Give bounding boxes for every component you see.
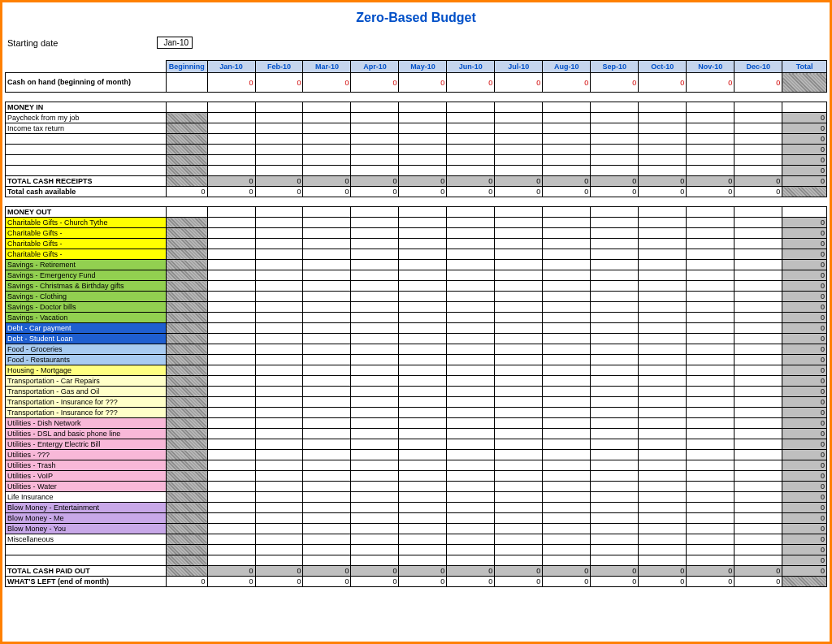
cell[interactable] — [543, 545, 591, 555]
cell[interactable] — [734, 513, 782, 524]
cell[interactable] — [734, 397, 782, 408]
cell[interactable] — [207, 534, 255, 545]
cell[interactable]: 0 — [591, 566, 639, 577]
cell[interactable] — [447, 408, 495, 418]
cell[interactable] — [351, 302, 399, 313]
cell[interactable] — [207, 555, 255, 566]
cell[interactable]: 0 — [782, 408, 827, 418]
cell[interactable] — [495, 102, 543, 113]
cell[interactable] — [591, 228, 639, 239]
cell[interactable] — [255, 113, 303, 123]
cell[interactable] — [543, 123, 591, 134]
cell[interactable] — [303, 450, 351, 460]
cell[interactable] — [303, 281, 351, 292]
cell[interactable] — [207, 365, 255, 376]
budget-table[interactable]: Beginning Jan-10 Feb-10 Mar-10 Apr-10 Ma… — [5, 60, 827, 587]
cell[interactable] — [399, 302, 447, 313]
cell[interactable] — [255, 534, 303, 545]
cell[interactable]: 0 — [782, 492, 827, 503]
cell[interactable] — [351, 439, 399, 450]
cell[interactable] — [543, 228, 591, 239]
cell[interactable] — [543, 260, 591, 270]
cell[interactable]: 0 — [639, 176, 687, 187]
cell[interactable] — [639, 534, 687, 545]
cell[interactable] — [495, 555, 543, 566]
cell[interactable] — [495, 166, 543, 176]
cell[interactable] — [6, 197, 827, 207]
cell[interactable] — [495, 113, 543, 123]
cell[interactable] — [687, 513, 734, 524]
cell[interactable] — [447, 218, 495, 228]
cell[interactable] — [543, 218, 591, 228]
cell[interactable] — [543, 524, 591, 534]
cell[interactable]: 0 — [782, 323, 827, 334]
cell[interactable] — [734, 365, 782, 376]
cell[interactable]: 0 — [734, 176, 782, 187]
cell[interactable] — [351, 313, 399, 323]
cell[interactable] — [734, 207, 782, 218]
cell[interactable] — [591, 313, 639, 323]
cell[interactable]: 0 — [447, 566, 495, 577]
cell[interactable]: Transportation - Car Repairs — [6, 376, 167, 387]
cell[interactable] — [351, 503, 399, 513]
cell[interactable]: 0 — [543, 566, 591, 577]
cell[interactable] — [399, 155, 447, 166]
cell[interactable] — [303, 408, 351, 418]
cell[interactable] — [255, 155, 303, 166]
cell[interactable] — [639, 166, 687, 176]
cell[interactable] — [591, 123, 639, 134]
cell[interactable] — [591, 418, 639, 429]
cell[interactable] — [782, 73, 827, 93]
cell[interactable] — [639, 228, 687, 239]
cell[interactable] — [303, 207, 351, 218]
cell[interactable] — [207, 408, 255, 418]
cell[interactable] — [687, 450, 734, 460]
cell[interactable]: 0 — [255, 577, 303, 587]
cell[interactable] — [255, 344, 303, 355]
cell[interactable]: 0 — [782, 302, 827, 313]
cell[interactable] — [734, 292, 782, 302]
cell[interactable] — [399, 249, 447, 260]
cell[interactable] — [639, 323, 687, 334]
cell[interactable] — [351, 260, 399, 270]
cell[interactable] — [591, 545, 639, 555]
cell[interactable] — [255, 397, 303, 408]
cell[interactable] — [447, 429, 495, 439]
cell[interactable] — [166, 292, 207, 302]
cell[interactable]: WHAT'S LEFT (end of month) — [6, 577, 167, 587]
cell[interactable] — [734, 249, 782, 260]
cell[interactable] — [447, 471, 495, 482]
cell[interactable] — [543, 513, 591, 524]
cell[interactable] — [303, 503, 351, 513]
cell[interactable] — [447, 492, 495, 503]
cell[interactable] — [447, 397, 495, 408]
cell[interactable] — [734, 134, 782, 145]
cell[interactable]: 0 — [782, 281, 827, 292]
cell[interactable] — [6, 166, 167, 176]
cell[interactable] — [687, 439, 734, 450]
cell[interactable] — [166, 176, 207, 187]
cell[interactable] — [495, 249, 543, 260]
cell[interactable] — [303, 218, 351, 228]
cell[interactable] — [543, 323, 591, 334]
cell[interactable] — [303, 429, 351, 439]
cell[interactable] — [639, 292, 687, 302]
cell[interactable] — [447, 239, 495, 249]
cell[interactable] — [303, 113, 351, 123]
cell[interactable] — [207, 344, 255, 355]
cell[interactable] — [639, 313, 687, 323]
cell[interactable]: 0 — [303, 176, 351, 187]
cell[interactable]: 0 — [399, 566, 447, 577]
cell[interactable] — [166, 302, 207, 313]
cell[interactable]: 0 — [782, 376, 827, 387]
cell[interactable] — [591, 207, 639, 218]
cell[interactable]: Utilities - Water — [6, 482, 167, 492]
cell[interactable] — [255, 524, 303, 534]
cell[interactable] — [591, 408, 639, 418]
cell[interactable] — [303, 482, 351, 492]
cell[interactable] — [543, 155, 591, 166]
cell[interactable] — [207, 482, 255, 492]
cell[interactable]: 0 — [207, 73, 255, 93]
cell[interactable] — [639, 450, 687, 460]
cell[interactable] — [687, 270, 734, 281]
